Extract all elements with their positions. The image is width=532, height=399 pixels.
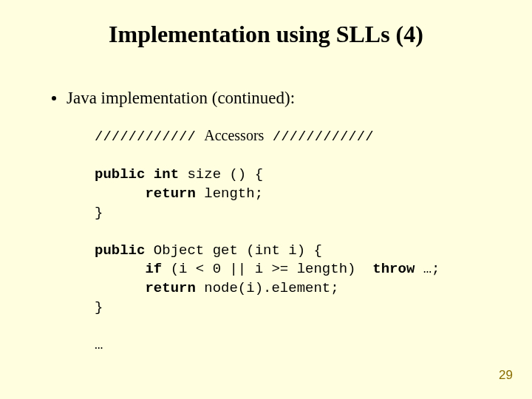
bullet-dot-icon: [52, 96, 56, 100]
kw-if: if: [145, 261, 162, 277]
bullet-text: Java implementation (continued):: [66, 89, 295, 107]
brace-close-2: }: [95, 299, 103, 316]
get-ret-tail: node(i).element;: [196, 280, 339, 296]
page-title: Implementation using SLLs (4): [0, 21, 532, 48]
code-slashes-right: ////////////: [273, 129, 374, 145]
kw-object: Object: [154, 242, 204, 259]
throw-tail: …;: [415, 261, 440, 277]
bullet-row: Java implementation (continued):: [52, 89, 295, 108]
size-sig-tail: size () {: [179, 166, 263, 183]
code-block: //////////// Accessors //////////// publ…: [95, 126, 440, 355]
slide: Implementation using SLLs (4) Java imple…: [0, 0, 532, 399]
kw-public-1: public: [95, 166, 145, 183]
kw-throw: throw: [372, 261, 415, 277]
page-number: 29: [499, 368, 513, 383]
code-slashes-left: ////////////: [95, 129, 196, 145]
brace-close-1: }: [95, 205, 103, 221]
code-ellipsis: …: [95, 337, 103, 353]
size-ret-tail: length;: [196, 185, 263, 202]
kw-return-2: return: [145, 280, 195, 296]
kw-int: int: [154, 166, 179, 183]
get-sig-tail: get (int i) {: [204, 242, 322, 259]
get-if-tail: (i < 0 || i >= length): [162, 261, 372, 277]
kw-return-1: return: [145, 185, 195, 202]
accessors-label: Accessors: [204, 127, 264, 143]
kw-public-2: public: [95, 242, 145, 259]
